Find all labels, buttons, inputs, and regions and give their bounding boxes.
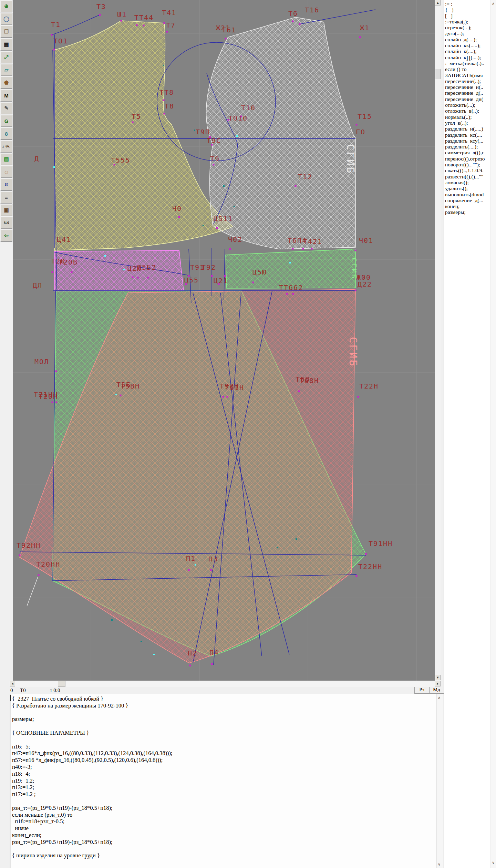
point-marker[interactable] — [99, 14, 101, 16]
point-marker[interactable] — [132, 122, 134, 123]
point-marker[interactable] — [203, 225, 204, 226]
point-marker[interactable] — [56, 402, 58, 403]
command-template-item[interactable]: ломаная(); — [445, 179, 490, 185]
zoom-in-icon[interactable]: ⊕ — [0, 0, 12, 12]
point-marker[interactable] — [302, 248, 304, 250]
command-template-item[interactable]: отложить(...); — [445, 102, 490, 108]
command-template-item[interactable]: разделить кс(.... — [445, 132, 490, 138]
point-marker[interactable] — [123, 269, 125, 270]
point-marker[interactable] — [136, 24, 138, 26]
point-marker[interactable] — [296, 538, 297, 540]
point-marker[interactable] — [359, 37, 361, 38]
point-marker[interactable] — [213, 164, 215, 166]
canvas-hscrollbar[interactable]: ◄ ► — [10, 681, 441, 687]
command-template-item[interactable]: := ; — [445, 1, 490, 7]
command-template-item[interactable]: размеры; — [445, 209, 490, 215]
point-marker[interactable] — [195, 564, 196, 566]
panel-scrollbar[interactable]: ∧ ∨ — [490, 0, 496, 868]
point-marker[interactable] — [216, 227, 218, 229]
editor-scrollbar[interactable]: ∧ ∨ — [436, 694, 443, 868]
pattern-piece-icon[interactable]: ⬟ — [0, 76, 12, 89]
command-template-item[interactable]: конец; — [445, 203, 490, 209]
waistband-left-piece[interactable] — [54, 250, 184, 291]
editor-scroll-down-icon[interactable]: ∨ — [438, 862, 442, 867]
command-template-item[interactable]: симметрия л((),c — [445, 149, 490, 155]
text-list-icon[interactable]: ≡ — [0, 191, 12, 204]
drafting-tools-icon[interactable]: ✎ — [0, 102, 12, 114]
command-template-item[interactable]: сплайн д(....); — [445, 37, 490, 42]
point-marker[interactable] — [277, 547, 278, 548]
hscroll-thumb[interactable] — [58, 681, 65, 687]
panel-scroll-down-icon[interactable]: ∨ — [492, 860, 496, 865]
point-marker[interactable] — [52, 402, 53, 403]
point-marker[interactable] — [236, 135, 238, 137]
scroll-right-icon[interactable]: ► — [435, 681, 441, 686]
point-marker[interactable] — [163, 65, 164, 66]
point-marker[interactable] — [286, 293, 288, 295]
point-marker[interactable] — [164, 22, 165, 24]
editor-scroll-up-icon[interactable]: ∧ — [438, 695, 442, 700]
command-template-item[interactable]: нормаль(..); — [445, 114, 490, 120]
point-marker[interactable] — [189, 665, 191, 666]
point-marker[interactable] — [211, 275, 213, 277]
point-marker[interactable] — [234, 206, 235, 207]
size-table-icon[interactable]: ▤ — [0, 153, 12, 165]
point-marker[interactable] — [55, 371, 57, 372]
command-template-item[interactable]: удалить(); — [445, 185, 490, 191]
m-document-icon[interactable]: M — [0, 89, 12, 102]
point-marker[interactable] — [111, 619, 113, 621]
ruler-size-icon[interactable]: 8 — [0, 127, 12, 140]
point-marker[interactable] — [137, 277, 139, 279]
point-marker[interactable] — [164, 113, 165, 115]
point-marker[interactable] — [53, 166, 55, 168]
point-marker[interactable] — [227, 396, 228, 398]
point-marker[interactable] — [252, 282, 254, 283]
layout-pieces-icon[interactable]: ❒ — [0, 25, 12, 38]
command-template-item[interactable]: :=метка(точка(.).. — [445, 60, 490, 66]
point-marker[interactable] — [356, 124, 358, 126]
point-marker[interactable] — [225, 38, 227, 40]
point-marker[interactable] — [178, 216, 180, 218]
grid-icon[interactable]: ▦ — [0, 38, 12, 51]
journal-book-icon[interactable]: ▣ — [0, 204, 12, 216]
scroll-left-icon[interactable]: ◄ — [10, 681, 15, 686]
command-template-item[interactable]: отрезок( . ); — [445, 24, 490, 30]
point-marker[interactable] — [355, 290, 356, 291]
command-template-item[interactable]: развести((),().,."" — [445, 174, 490, 179]
point-marker[interactable] — [132, 277, 134, 278]
point-marker[interactable] — [71, 271, 73, 273]
model-photo-icon[interactable]: ☺ — [0, 166, 12, 178]
panel-scroll-up-icon[interactable]: ∧ — [492, 1, 496, 6]
command-template-item[interactable]: если () то — [445, 66, 490, 72]
mode-md-button[interactable]: Мд — [429, 687, 444, 694]
point-marker[interactable] — [104, 255, 106, 257]
point-marker[interactable] — [298, 391, 300, 392]
point-marker[interactable] — [299, 23, 301, 25]
point-marker[interactable] — [53, 49, 55, 51]
point-marker[interactable] — [188, 569, 190, 571]
exit-door-icon[interactable]: ⇦ — [0, 229, 12, 242]
point-marker[interactable] — [311, 248, 313, 250]
command-template-item[interactable]: выполнить(dmod — [445, 192, 490, 197]
command-template-item[interactable]: угол к(..); — [445, 120, 490, 126]
point-marker[interactable] — [38, 575, 40, 576]
command-template-item[interactable]: сплайн кк(.....); — [445, 42, 490, 48]
measure-line-icon[interactable]: ⤢ — [0, 51, 12, 63]
command-template-item[interactable]: пересечение н(.. — [445, 84, 490, 90]
canvas-vscrollbar[interactable]: ▲ ▼ — [435, 0, 441, 681]
command-template-item[interactable]: сплайн к(....); — [445, 48, 490, 54]
point-marker[interactable] — [289, 262, 291, 264]
program-editor[interactable]: { 2327 Платье со свободной юбкой }{ Разр… — [10, 694, 436, 868]
g-document-icon[interactable]: G — [0, 115, 12, 127]
command-template-item[interactable]: сопряжение д(... — [445, 197, 490, 203]
command-template-item[interactable]: пересечение д(.. — [445, 90, 490, 96]
alg-document-icon[interactable]: ALG — [0, 217, 12, 229]
point-marker[interactable] — [365, 553, 367, 555]
point-marker[interactable] — [355, 250, 356, 251]
command-template-item[interactable]: пересечение дн( — [445, 96, 490, 102]
mode-rz-button[interactable]: Рз — [414, 687, 429, 694]
command-template-item[interactable]: разделить ксу(... — [445, 138, 490, 144]
point-marker[interactable] — [223, 185, 225, 187]
point-marker[interactable] — [211, 663, 213, 665]
command-template-item[interactable]: пересечение(..); — [445, 78, 490, 84]
